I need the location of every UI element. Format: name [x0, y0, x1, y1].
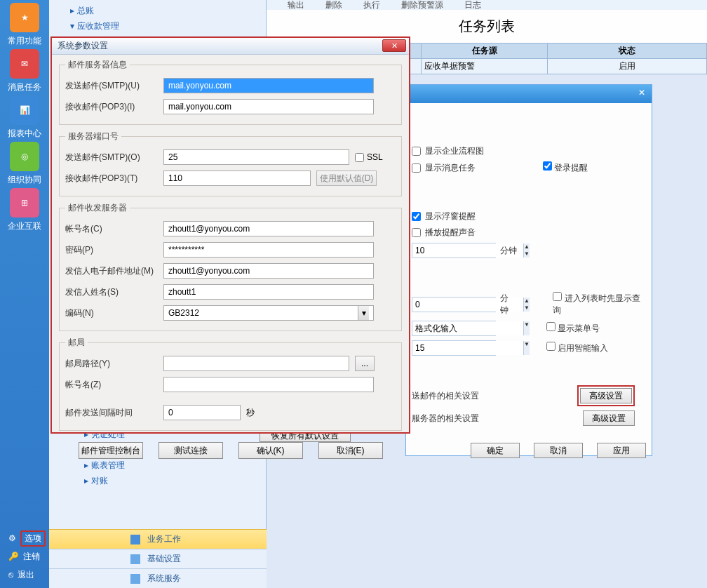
- apply-button[interactable]: 应用: [597, 443, 646, 458]
- top-toolbar: 输出 删除 执行 删除预警源 日志: [267, 0, 707, 10]
- label-srv: 服务器的相关设置: [412, 413, 479, 425]
- spin-down-icon[interactable]: ▼: [523, 305, 530, 312]
- label: 登录提醒: [554, 163, 588, 173]
- label: 显示消息任务: [425, 162, 476, 174]
- chk-login[interactable]: [543, 161, 552, 171]
- spin-down-icon[interactable]: ▼: [523, 250, 530, 258]
- spin-up-icon[interactable]: ▲: [523, 298, 530, 305]
- account2-input[interactable]: [163, 377, 374, 392]
- sidebar-item-enterprise[interactable]: ⊞ 企业互联: [0, 187, 49, 233]
- encoding-combo[interactable]: GB2312 ▾: [163, 305, 374, 321]
- sender-input[interactable]: [163, 284, 374, 300]
- combo-value: GB2312: [168, 308, 199, 318]
- cancel-button[interactable]: 取消(E): [318, 442, 383, 459]
- toolbar-delete[interactable]: 删除: [325, 0, 342, 10]
- minutes-field-1[interactable]: ▲▼: [412, 243, 496, 258]
- close-icon[interactable]: ✕: [636, 88, 647, 99]
- chevron-down-icon: ▾: [358, 306, 369, 320]
- from-input[interactable]: [163, 263, 374, 279]
- smtp-input[interactable]: [163, 78, 374, 93]
- exit-button[interactable]: ⎋ 退出: [0, 566, 49, 584]
- tree-node-gl[interactable]: ▸ 总账: [70, 3, 266, 18]
- toolbar-del-alarm[interactable]: 删除预警源: [401, 0, 443, 10]
- unit-label: 分钟: [500, 245, 517, 257]
- system-params-dialog: 系统参数设置 ✕ 邮件服务器信息 发送邮件(SMTP)(U) 接收邮件(POP3…: [50, 36, 410, 434]
- ssl-checkbox[interactable]: [355, 153, 364, 162]
- label: 播放提醒声音: [425, 227, 476, 239]
- sidebar-label: 企业互联: [8, 220, 41, 232]
- chk-sound[interactable]: [412, 228, 421, 237]
- chk-msg[interactable]: [412, 163, 421, 173]
- logout-button[interactable]: 🔑 注销: [0, 547, 49, 566]
- tab-system[interactable]: 系统服务: [49, 568, 267, 588]
- path-input[interactable]: [163, 356, 349, 371]
- smtp-port-input[interactable]: [163, 149, 349, 165]
- chk-float[interactable]: [412, 212, 421, 221]
- tree-node-ar[interactable]: ▾ 应收款管理: [70, 18, 266, 34]
- use-default-button[interactable]: 使用默认值(D): [316, 171, 377, 186]
- spin-up-icon[interactable]: ▲: [523, 243, 530, 250]
- tree-label: 对账: [91, 475, 108, 487]
- sidebar-label: 消息任务: [8, 81, 41, 93]
- label-smtpport: 发送邮件(SMTP)(O): [65, 152, 163, 163]
- label-password: 密码(P): [65, 244, 163, 256]
- pop3-port-input[interactable]: [163, 171, 311, 186]
- group-account: 邮件收发服务器 帐号名(C) 密码(P) 发信人电子邮件地址(M) 发信人姓名(…: [59, 202, 402, 331]
- pop3-input[interactable]: [163, 99, 374, 114]
- dialog-titlebar: 系统参数设置 ✕: [52, 38, 409, 55]
- chevron-down-icon[interactable]: ▼: [523, 341, 530, 355]
- sidebar-item-report[interactable]: 📊 报表中心: [0, 94, 49, 140]
- account-input[interactable]: [163, 221, 374, 236]
- advanced-server-button[interactable]: 高级设置: [583, 410, 635, 426]
- label: 显示浮窗提醒: [425, 211, 476, 222]
- star-icon: ★: [10, 3, 39, 32]
- sidebar-label: 组织协同: [8, 174, 41, 186]
- toolbar-log[interactable]: 日志: [464, 0, 481, 10]
- label-account: 帐号名(C): [65, 223, 163, 235]
- label-path: 邮局路径(Y): [65, 358, 163, 370]
- ok-button[interactable]: 确定: [471, 443, 520, 458]
- label-mail: 送邮件的相关设置: [412, 390, 479, 402]
- tab-basic[interactable]: 基础设置: [49, 549, 267, 568]
- label: 显示菜单号: [558, 323, 600, 333]
- chk-query[interactable]: [553, 292, 562, 301]
- tree-node-recon[interactable]: ▸对账: [84, 473, 266, 488]
- minutes-field-2[interactable]: ▲▼: [412, 297, 496, 312]
- toolbar-export[interactable]: 输出: [288, 0, 304, 10]
- ssl-label: SSL: [367, 152, 383, 162]
- sidebar-item-common[interactable]: ★ 常用功能: [0, 1, 49, 48]
- expander-icon: ▸: [70, 6, 74, 15]
- service-icon: [130, 574, 140, 584]
- logout-label: 注销: [23, 551, 40, 563]
- mail-console-button[interactable]: 邮件管理控制台: [79, 442, 143, 459]
- chk-smart[interactable]: [546, 342, 556, 351]
- close-button[interactable]: ✕: [382, 39, 406, 52]
- label-encoding: 编码(N): [65, 307, 163, 319]
- input[interactable]: [412, 321, 523, 335]
- confirm-button[interactable]: 确认(K): [238, 442, 303, 459]
- advanced-mail-button[interactable]: 高级设置: [580, 388, 632, 403]
- input[interactable]: [412, 341, 523, 355]
- password-input[interactable]: [163, 242, 374, 258]
- legend: 邮件服务器信息: [65, 59, 130, 71]
- toolbar-run[interactable]: 执行: [363, 0, 380, 10]
- chevron-down-icon[interactable]: ▼: [523, 321, 530, 335]
- group-ports: 服务器端口号 发送邮件(SMTP)(O) SSL 接收邮件(POP3)(T) 使…: [59, 131, 402, 196]
- interval-input[interactable]: [163, 405, 241, 420]
- tab-business[interactable]: 业务工作: [49, 529, 267, 549]
- label-from: 发信人电子邮件地址(M): [65, 265, 163, 277]
- test-connection-button[interactable]: 测试连接: [159, 442, 223, 459]
- cancel-button[interactable]: 取消: [534, 443, 583, 458]
- sidebar-item-org[interactable]: ◎ 组织协同: [0, 140, 49, 187]
- options-button[interactable]: ⚙ 选项: [0, 529, 49, 547]
- group-mailserver: 邮件服务器信息 发送邮件(SMTP)(U) 接收邮件(POP3)(I): [59, 59, 402, 125]
- browse-button[interactable]: ...: [355, 356, 375, 371]
- format-combo[interactable]: ▼: [412, 321, 496, 336]
- tab-label: 系统服务: [147, 573, 181, 584]
- sidebar-item-message[interactable]: ✉ 消息任务: [0, 48, 49, 94]
- chk-menu[interactable]: [546, 322, 556, 331]
- tab-icon: [130, 535, 140, 544]
- settings-panel: ✕ 显示企业流程图 显示消息任务 登录提醒 显示浮窗提醒 播放提醒声音 ▲▼ 分…: [405, 84, 652, 456]
- pagesize-combo[interactable]: ▼: [412, 340, 496, 356]
- chk-flow[interactable]: [412, 147, 421, 156]
